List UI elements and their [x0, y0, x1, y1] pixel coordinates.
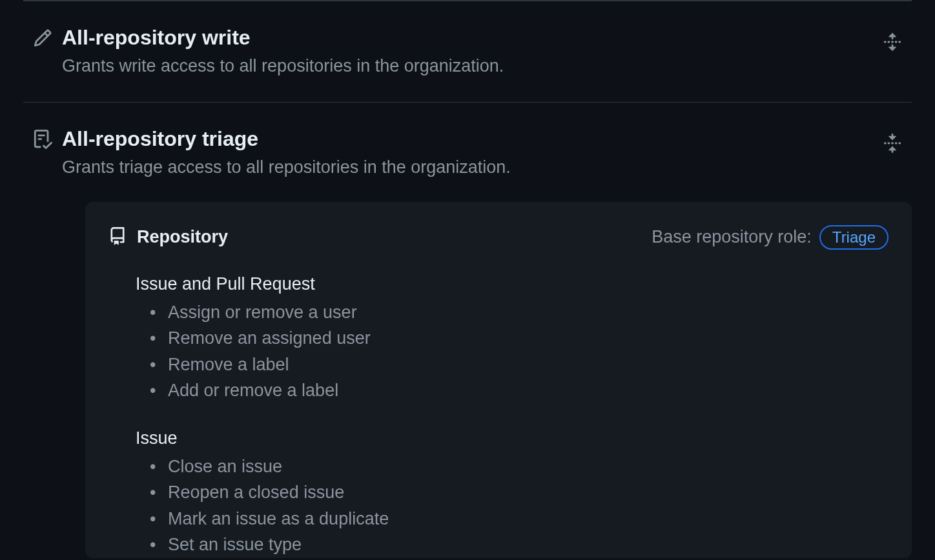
role-row-write[interactable]: All-repository write Grants write access…	[23, 1, 912, 102]
permission-item: Set an issue type	[150, 532, 889, 558]
role-title: All-repository triage	[62, 126, 873, 152]
expand-icon[interactable]	[873, 25, 912, 52]
base-role-label: Base repository role:	[652, 227, 812, 247]
checklist-icon	[23, 126, 62, 149]
pencil-icon	[23, 25, 62, 48]
permission-group: Issue Close an issue Reopen a closed iss…	[136, 428, 889, 558]
permissions-section-title: Repository	[137, 227, 228, 247]
base-role-badge: Triage	[819, 225, 889, 250]
permission-item: Add or remove a label	[150, 377, 889, 404]
role-description: Grants write access to all repositories …	[62, 54, 873, 79]
permission-item: Remove an assigned user	[150, 325, 889, 352]
permission-group: Issue and Pull Request Assign or remove …	[136, 274, 889, 404]
collapse-icon[interactable]	[873, 126, 912, 153]
role-content: All-repository write Grants write access…	[62, 25, 873, 79]
permission-item: Remove a label	[150, 352, 889, 378]
permission-group-title: Issue and Pull Request	[136, 274, 889, 294]
permissions-header: Repository Base repository role: Triage	[108, 225, 889, 250]
permission-group-title: Issue	[136, 428, 889, 448]
permission-item: Close an issue	[150, 454, 889, 480]
repo-icon	[108, 227, 127, 248]
permission-item: Assign or remove a user	[150, 299, 889, 326]
permission-item: Reopen a closed issue	[150, 479, 889, 506]
permission-item: Mark an issue as a duplicate	[150, 506, 889, 532]
role-row-triage[interactable]: All-repository triage Grants triage acce…	[23, 102, 912, 558]
role-content: All-repository triage Grants triage acce…	[62, 126, 873, 180]
role-title: All-repository write	[62, 25, 873, 50]
permissions-panel: Repository Base repository role: Triage …	[85, 202, 912, 558]
role-description: Grants triage access to all repositories…	[62, 155, 873, 180]
